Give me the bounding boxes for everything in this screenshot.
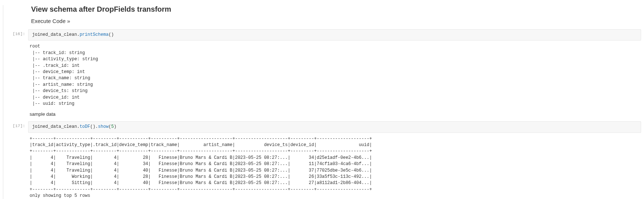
sample-data-row: sample data (3, 110, 644, 120)
output-prompt-17 (3, 134, 28, 136)
output-cell-16: root |-- track_id: string |-- activity_t… (3, 41, 644, 109)
cell-prompt-16: [16]: (3, 29, 28, 36)
code-args-1: () (90, 124, 95, 129)
code-ident: joined_data_clean (32, 32, 77, 37)
sample-prompt (3, 110, 28, 112)
output-prompt-16 (3, 41, 28, 43)
code-args: () (109, 32, 114, 37)
code-method-1: toDF (80, 124, 90, 129)
execute-code-link[interactable]: Execute Code » (31, 18, 644, 24)
paren-close: ) (114, 124, 116, 129)
schema-output: root |-- track_id: string |-- activity_t… (28, 41, 644, 109)
notebook-container: View schema after DropFields transform E… (3, 5, 644, 199)
code-method-2: show (98, 124, 109, 129)
section-title: View schema after DropFields transform (31, 5, 644, 14)
sample-data-label: sample data (28, 110, 644, 120)
code-input-16[interactable]: joined_data_clean.printSchema() (28, 29, 641, 41)
cell-prompt-17: [17]: (3, 121, 28, 128)
code-input-17[interactable]: joined_data_clean.toDF().show(5) (28, 121, 641, 133)
code-ident: joined_data_clean (32, 124, 77, 129)
code-method: printSchema (80, 32, 109, 37)
code-cell-17: [17]: joined_data_clean.toDF().show(5) (3, 121, 644, 133)
execute-code-label: Execute Code » (31, 18, 70, 24)
code-cell-16: [16]: joined_data_clean.printSchema() (3, 29, 644, 41)
table-output: +--------+-------------+---------+------… (28, 134, 644, 199)
paren-open: ( (109, 124, 111, 129)
output-cell-17: +--------+-------------+---------+------… (3, 134, 644, 199)
